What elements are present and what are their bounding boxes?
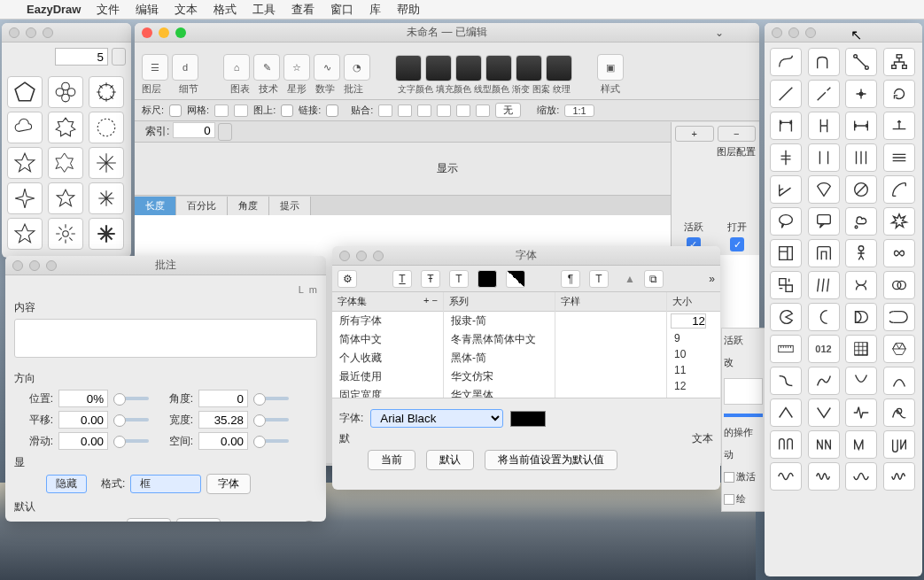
tech-icon[interactable]: ✎ (253, 54, 280, 81)
width-slider[interactable] (253, 418, 289, 421)
corner-L-icon[interactable]: L (299, 284, 304, 295)
position-slider[interactable] (113, 397, 149, 400)
font-current-button[interactable]: 当前 (368, 450, 415, 470)
shape-seal[interactable] (48, 112, 83, 143)
hidden-select[interactable]: 隐藏 (46, 475, 87, 493)
size-item[interactable]: 13 (667, 394, 720, 398)
font-gear-icon[interactable]: ⚙ (338, 270, 357, 288)
tool-orgchart[interactable] (883, 48, 915, 76)
color-swatch-split[interactable] (506, 270, 525, 288)
tool-pulse[interactable] (845, 398, 877, 427)
detail-icon[interactable]: d (172, 54, 198, 81)
content-textarea[interactable] (14, 319, 317, 358)
chevron-more-icon[interactable]: » (709, 273, 715, 285)
zoom-icon[interactable] (175, 27, 186, 38)
tool-speech-rect[interactable] (808, 207, 840, 236)
coll-plus[interactable]: + (423, 295, 429, 305)
snap-select[interactable]: 无 (495, 103, 521, 118)
tool-caret-down[interactable] (808, 398, 840, 427)
tab-hint[interactable]: 提示 (269, 197, 311, 215)
tool-zig-mix2[interactable] (883, 430, 915, 459)
coll-item[interactable]: 最近使用 (332, 367, 443, 386)
tool-plus-dot[interactable] (845, 80, 877, 108)
activate-check[interactable] (724, 472, 734, 483)
tool-speech-round[interactable] (770, 207, 802, 236)
tool-thought[interactable] (845, 207, 877, 236)
tool-caret-up[interactable] (770, 398, 802, 427)
menu-help[interactable]: 帮助 (397, 2, 420, 18)
format-select[interactable]: 框 (130, 475, 201, 493)
snap-btn5[interactable] (456, 104, 470, 117)
series-item[interactable]: 华文黑体 (444, 386, 555, 398)
tool-parallel[interactable] (808, 271, 840, 299)
tool-person[interactable] (845, 239, 877, 267)
snap-btn4[interactable] (437, 104, 451, 117)
gradient-icon[interactable] (485, 55, 512, 81)
font-setdefault-button[interactable]: 将当前值设置为默认值 (485, 450, 617, 470)
shape-outline-star[interactable] (48, 182, 83, 214)
shape-asterisk[interactable] (89, 218, 124, 250)
shape-flower[interactable] (48, 76, 83, 108)
tool-divide-h[interactable] (883, 143, 915, 172)
tool-zig-mix1[interactable] (845, 430, 877, 459)
layer-open-check[interactable]: ✓ (730, 237, 744, 251)
snap-btn2[interactable] (398, 104, 412, 117)
shape-cloud[interactable] (7, 112, 43, 143)
shape-star5[interactable] (7, 147, 43, 179)
translate-input[interactable] (58, 411, 108, 429)
pattern-icon[interactable] (516, 55, 542, 81)
layer-minus[interactable]: − (718, 126, 757, 142)
shape-burst[interactable] (89, 182, 124, 214)
font-default-button[interactable]: 默认 (426, 450, 474, 470)
size-item[interactable]: 9 (667, 330, 720, 346)
star-icon[interactable]: ☆ (283, 54, 310, 81)
tool-burst[interactable] (883, 207, 915, 236)
snap-btn6[interactable] (476, 104, 490, 117)
tools-titlebar[interactable] (765, 23, 922, 43)
tool-wave-s1[interactable] (770, 367, 802, 395)
zoom-select[interactable]: 1:1 (564, 104, 594, 117)
corner-m-icon[interactable]: m (309, 284, 317, 295)
shape-gear[interactable] (89, 76, 124, 108)
tool-sine3[interactable] (845, 462, 877, 491)
texture-icon[interactable] (546, 55, 572, 81)
tool-three-bars[interactable] (845, 143, 877, 172)
tool-pen2[interactable] (808, 80, 840, 108)
series-item[interactable]: 冬青黑体简体中文 (444, 330, 555, 349)
color-swatch-black[interactable] (478, 270, 497, 288)
tab-length[interactable]: 长度 (135, 197, 176, 215)
font-color-swatch[interactable] (510, 411, 546, 427)
document-titlebar[interactable]: 未命名 — 已编辑 ⌄ (135, 23, 759, 43)
coll-minus[interactable]: − (432, 295, 438, 305)
tool-ruler-num[interactable] (770, 335, 802, 363)
app-name[interactable]: EazyDraw (27, 3, 81, 16)
tool-capsule-cut[interactable] (883, 303, 915, 331)
index-input[interactable] (173, 122, 215, 138)
tool-dim-up[interactable] (883, 112, 915, 140)
annotate-icon[interactable]: ◔ (344, 54, 370, 81)
close-icon[interactable] (142, 27, 152, 38)
shape-sides-input[interactable] (55, 48, 108, 66)
coll-item[interactable]: 个人收藏 (332, 349, 443, 367)
menu-file[interactable]: 文件 (97, 2, 120, 18)
shapes-titlebar[interactable] (2, 23, 131, 43)
tool-maze1[interactable] (770, 239, 802, 267)
annotation-titlebar[interactable]: 批注 (5, 256, 326, 275)
tool-dim-v[interactable] (808, 112, 840, 140)
size-item[interactable]: 10 (667, 346, 720, 362)
help-icon[interactable]: ? (301, 521, 317, 522)
grid-btn1[interactable] (214, 104, 229, 117)
coll-item[interactable]: 简体中文 (332, 330, 443, 349)
translate-slider[interactable] (113, 418, 149, 421)
coll-item[interactable]: 固定宽度 (332, 386, 443, 398)
tool-zig-nn[interactable] (808, 430, 840, 459)
position-input[interactable] (58, 390, 108, 407)
tool-rotate[interactable] (883, 80, 915, 108)
tool-align-vc[interactable] (808, 143, 840, 172)
tab-percent[interactable]: 百分比 (176, 197, 228, 215)
style-icon[interactable]: ▣ (597, 54, 624, 81)
tool-hex[interactable] (883, 335, 915, 363)
angle-input[interactable] (198, 390, 248, 407)
paragraph-icon[interactable]: ¶ (561, 270, 580, 288)
tool-moon[interactable] (808, 303, 840, 331)
